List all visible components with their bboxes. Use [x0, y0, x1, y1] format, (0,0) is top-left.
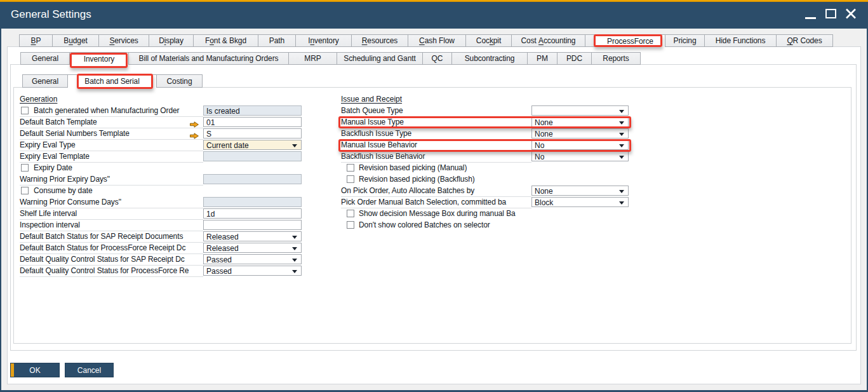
input-warning-prior-expiry-days[interactable] [203, 174, 302, 184]
combo-default-batch-status-for-sap-receipt-documents[interactable]: Released [203, 231, 302, 241]
input-shelf-life-interval[interactable]: 1d [203, 208, 302, 219]
tab-general-level3[interactable]: General [22, 74, 68, 88]
label-backflush-issue-behavior: Backflush Issue Behavior [341, 152, 531, 161]
tab-pdc-level2[interactable]: PDC [557, 52, 592, 65]
tab-path[interactable]: Path [258, 34, 296, 47]
combo-batch-queue-type[interactable] [531, 105, 629, 116]
value-pick-order-manual-batch-selection-committed-ba: Block [535, 198, 553, 207]
tab-bill-of-materials-and-manufacturing-orders-level2[interactable]: Bill of Materials and Manufacturing Orde… [128, 52, 289, 65]
row-separator [20, 116, 203, 117]
combo-pick-order-manual-batch-selection-committed-ba[interactable]: Block [531, 197, 629, 207]
label-batch-queue-type: Batch Queue Type [341, 106, 531, 115]
tab-pricing[interactable]: Pricing [665, 34, 705, 47]
row-separator [341, 139, 531, 140]
tab-qc-level2[interactable]: QC [422, 52, 452, 65]
dropdown-caret-icon [292, 236, 297, 239]
checkbox-show-decision-message-box-during-manual-ba[interactable] [347, 210, 354, 217]
row-separator [341, 151, 531, 151]
tab-hide-functions[interactable]: Hide Functions [704, 34, 777, 47]
tab-services[interactable]: Services [98, 34, 149, 47]
input-expiry-eval-template[interactable] [203, 151, 302, 161]
tab-costing-level3[interactable]: Costing [156, 74, 203, 88]
tab-inventory[interactable]: Inventory [295, 34, 352, 47]
checkbox-revision-based-picking-manual[interactable] [347, 164, 354, 172]
tab-budget[interactable]: Budget [52, 34, 99, 47]
row-separator [20, 139, 203, 140]
tab-scheduling-and-gantt-level2[interactable]: Scheduling and Gantt [337, 52, 423, 65]
combo-backflush-issue-type[interactable]: None [531, 128, 629, 139]
tab-subcontracting-level2[interactable]: Subcontracting [451, 52, 528, 65]
value-manual-issue-behavior: No [535, 141, 544, 150]
input-default-batch-template[interactable]: 01 [203, 117, 302, 127]
titlebar[interactable]: General Settings [0, 2, 868, 29]
tabstrip-level3: GeneralBatch and SerialCosting [22, 74, 203, 88]
dropdown-caret-icon [292, 144, 297, 147]
general-settings-window: General Settings BPBudgetServicesDisplay… [0, 0, 868, 392]
tab-cost-accounting[interactable]: Cost Accounting [511, 34, 585, 47]
combo-manual-issue-type[interactable]: None [531, 117, 629, 127]
value-backflush-issue-type: None [535, 130, 553, 139]
window-border-left [0, 29, 1, 392]
checkbox-expiry-date[interactable] [21, 164, 29, 172]
label-on-pick-order-auto-allocate-batches-by: On Pick Order, Auto Allocate Batches by [341, 186, 531, 195]
combo-default-quality-control-status-for-processforce-re[interactable]: Passed [203, 266, 302, 276]
tab-general-level2[interactable]: General [20, 52, 70, 65]
row-separator [20, 276, 203, 277]
label-expiry-eval-type: Expiry Eval Type [20, 140, 203, 149]
minimize-icon[interactable] [805, 17, 816, 19]
label-default-batch-status-for-processforce-receipt-dc: Default Batch Status for ProcessForce Re… [20, 243, 203, 252]
tab-batch-and-serial-level3[interactable]: Batch and Serial [67, 74, 157, 88]
cancel-button-label: Cancel [77, 366, 101, 375]
combo-backflush-issue-behavior[interactable]: No [531, 151, 629, 161]
dropdown-caret-icon [292, 247, 297, 250]
input-warning-prior-consume-days[interactable] [203, 197, 302, 207]
close-icon[interactable] [845, 8, 857, 19]
tab-cash-flow[interactable]: Cash Flow [408, 34, 466, 47]
dropdown-caret-icon [619, 121, 624, 125]
tab-bp[interactable]: BP [19, 34, 53, 47]
maximize-icon[interactable] [825, 9, 836, 18]
combo-on-pick-order-auto-allocate-batches-by[interactable]: None [531, 186, 629, 196]
tab-display[interactable]: Display [149, 34, 194, 47]
tab-reports-level2[interactable]: Reports [591, 52, 641, 65]
tab-mrp-level2[interactable]: MRP [288, 52, 337, 65]
tab-resources[interactable]: Resources [351, 34, 408, 47]
dropdown-caret-icon [619, 110, 624, 113]
ok-button[interactable]: OK [10, 363, 60, 377]
value-default-batch-status-for-processforce-receipt-dc: Released [206, 244, 239, 253]
input-inspection-interval[interactable] [203, 220, 302, 230]
row-separator [341, 116, 531, 117]
tab-inventory-level2[interactable]: Inventory [69, 52, 129, 65]
label-manual-issue-behavior: Manual Issue Behavior [341, 140, 531, 149]
input-default-serial-numbers-template[interactable]: S [203, 128, 302, 139]
cancel-button[interactable]: Cancel [65, 363, 114, 377]
checkbox-consume-by-date[interactable] [21, 187, 29, 194]
link-arrow-icon[interactable] [190, 130, 199, 137]
checkbox-batch-generated-when-manufacturing-order[interactable] [21, 107, 29, 114]
row-separator [20, 253, 203, 254]
combo-default-quality-control-status-for-sap-receipt-dc[interactable]: Passed [203, 254, 302, 264]
tab-cockpit[interactable]: Cockpit [465, 34, 512, 47]
checkbox-don-t-show-colored-batches-on-selector[interactable] [347, 221, 354, 229]
section-header-generation: Generation [20, 95, 57, 104]
label-default-batch-template: Default Batch Template [20, 118, 203, 126]
combo-expiry-eval-type[interactable]: Current date [203, 140, 302, 150]
row-separator [20, 219, 203, 220]
input-batch-generated-when-manufacturing-order[interactable]: Is created [203, 105, 302, 116]
link-arrow-icon[interactable] [190, 119, 199, 125]
tab-pm-level2[interactable]: PM [527, 52, 558, 65]
combo-default-batch-status-for-processforce-receipt-dc[interactable]: Released [203, 243, 302, 253]
row-separator [20, 151, 203, 151]
checkbox-revision-based-picking-backflush[interactable] [347, 175, 354, 183]
row-separator [20, 265, 203, 266]
tabstrip-spacer [585, 34, 596, 47]
combo-manual-issue-behavior[interactable]: No [531, 140, 629, 150]
label-default-batch-status-for-sap-receipt-documents: Default Batch Status for SAP Receipt Doc… [20, 232, 203, 241]
tab-font-bkgd[interactable]: Font & Bkgd [193, 34, 258, 47]
label-manual-issue-type: Manual Issue Type [341, 118, 531, 126]
tab-qr-codes[interactable]: QR Codes [776, 34, 833, 47]
label-revision-based-picking-manual: Revision based picking (Manual) [359, 163, 531, 172]
value-default-batch-status-for-sap-receipt-documents: Released [206, 233, 239, 241]
section-header-issue-and-receipt: Issue and Receipt [341, 95, 402, 104]
tab-processforce[interactable]: ProcessForce [595, 34, 665, 47]
